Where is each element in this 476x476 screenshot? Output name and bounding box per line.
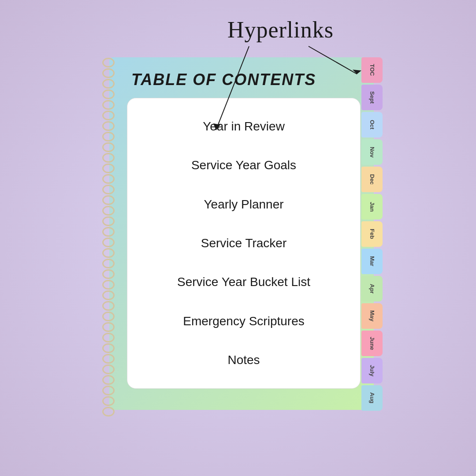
spiral-ring [102,121,115,131]
tab-feb[interactable]: Feb [361,221,383,247]
spiral-ring [102,396,115,406]
spiral-ring [102,79,115,89]
toc-item-service-year-bucket-list[interactable]: Service Year Bucket List [177,273,310,291]
spiral-ring [102,111,115,120]
spiral-ring [102,68,115,78]
spiral-ring [102,407,115,416]
spiral-ring [102,322,115,332]
spiral-ring [102,312,115,321]
spiral-ring [102,206,115,216]
spiral-ring [102,333,115,342]
tab-aug[interactable]: Aug [361,385,383,411]
spiral-ring [102,216,115,226]
toc-item-year-in-review[interactable]: Year in Review [203,118,285,135]
toc-heading: TABLE OF CONTENTS [127,71,361,89]
tab-jan[interactable]: Jan [361,194,383,219]
spiral-ring [102,58,115,67]
tab-apr[interactable]: Apr [361,276,383,301]
spiral-ring [102,132,115,141]
spiral-binding [100,57,116,410]
notebook: TABLE OF CONTENTS Year in ReviewService … [109,57,374,410]
toc-item-notes[interactable]: Notes [227,351,260,369]
spiral-ring [102,269,115,279]
spiral-ring [102,227,115,237]
toc-item-emergency-scriptures[interactable]: Emergency Scriptures [183,312,304,330]
tab-july[interactable]: July [361,358,383,383]
toc-item-service-year-goals[interactable]: Service Year Goals [191,156,296,174]
spiral-ring [102,364,115,374]
spiral-ring [102,142,115,152]
spiral-ring [102,174,115,184]
tabs-container: TOCSeptOctNovDecJanFebMarAprMayJuneJulyA… [361,57,383,410]
spiral-ring [102,375,115,385]
spiral-ring [102,343,115,353]
spiral-ring [102,290,115,300]
tab-dec[interactable]: Dec [361,167,383,192]
tab-oct[interactable]: Oct [361,112,383,138]
spiral-ring [102,280,115,290]
spiral-ring [102,100,115,110]
spiral-ring [102,301,115,311]
page-wrapper: Hyperlinks [0,0,476,476]
spiral-ring [102,153,115,163]
spiral-ring [102,259,115,268]
tab-june[interactable]: June [361,331,383,356]
spiral-ring [102,185,115,194]
spiral-ring [102,248,115,258]
content-box: Year in ReviewService Year GoalsYearly P… [127,98,361,389]
spiral-ring [102,195,115,205]
tab-sept[interactable]: Sept [361,85,383,110]
toc-item-service-tracker[interactable]: Service Tracker [201,234,287,252]
spiral-ring [102,89,115,99]
spiral-ring [102,354,115,364]
hyperlinks-label: Hyperlinks [227,17,334,43]
spiral-ring [102,164,115,173]
spiral-ring [102,238,115,247]
toc-item-yearly-planner[interactable]: Yearly Planner [204,196,283,213]
tab-nov[interactable]: Nov [361,139,383,165]
tab-mar[interactable]: Mar [361,249,383,274]
tab-may[interactable]: May [361,303,383,329]
spiral-ring [102,386,115,395]
tab-toc[interactable]: TOC [361,57,383,83]
